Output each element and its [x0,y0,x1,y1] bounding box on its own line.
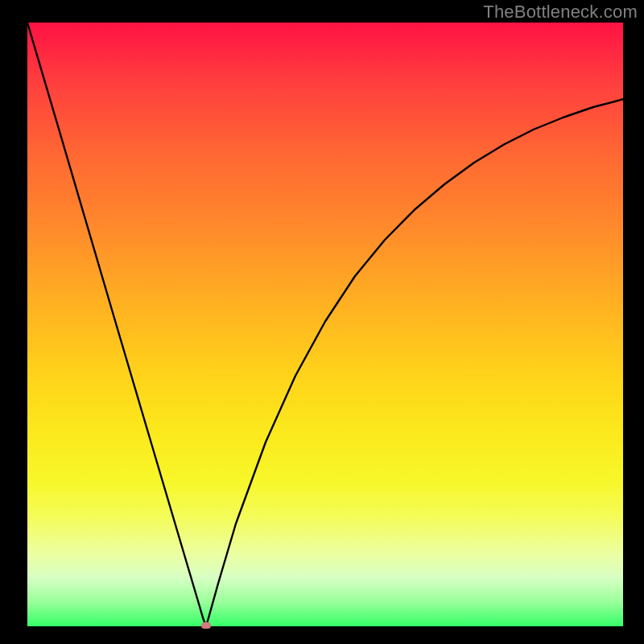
bottleneck-curve [27,23,623,626]
chart-frame: TheBottleneck.com [0,0,644,644]
plot-area [27,23,623,626]
watermark-text: TheBottleneck.com [483,2,638,23]
minimum-marker [201,622,211,629]
